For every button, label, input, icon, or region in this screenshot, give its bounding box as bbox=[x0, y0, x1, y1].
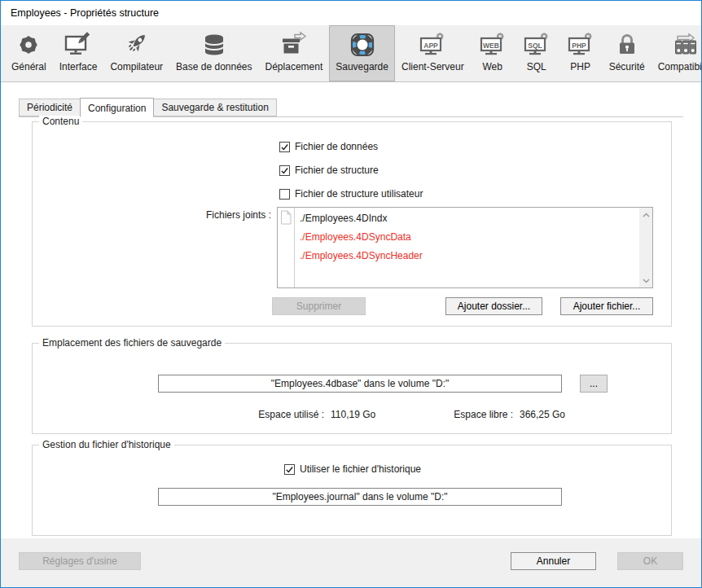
tab-configuration[interactable]: Configuration bbox=[80, 98, 154, 117]
monitor-sql-gear-icon: SQL bbox=[521, 31, 552, 59]
checkbox-fichier-structure-utilisateur[interactable]: Fichier de structure utilisateur bbox=[279, 188, 423, 200]
monitor-pencil-icon bbox=[63, 31, 94, 59]
toolbar-item-label: Sauvegarde bbox=[336, 61, 388, 72]
toolbar-item-interface[interactable]: Interface bbox=[53, 25, 104, 81]
lock-icon bbox=[612, 31, 643, 59]
ok-button[interactable]: OK bbox=[617, 552, 683, 570]
toolbar-item-label: PHP bbox=[570, 61, 590, 72]
toolbar-item-php[interactable]: PHP PHP bbox=[559, 25, 603, 81]
backup-location-field[interactable]: "Employees.4dbase" dans le volume "D:" bbox=[158, 375, 562, 393]
checkbox-box bbox=[279, 142, 290, 152]
toolbar-item-compilateur[interactable]: Compilateur bbox=[103, 25, 169, 81]
ajouter-fichier-button[interactable]: Ajouter fichier... bbox=[560, 297, 653, 315]
toolbar-item-general[interactable]: Général bbox=[5, 25, 53, 81]
toolbar-item-web[interactable]: WEB Web bbox=[471, 25, 515, 81]
document-icon bbox=[279, 210, 292, 225]
tab-periodicite[interactable]: Périodicité bbox=[19, 99, 81, 116]
checkbox-box bbox=[279, 165, 290, 176]
toolbar-item-sql[interactable]: SQL SQL bbox=[515, 25, 559, 81]
toolbar-item-label: Général bbox=[11, 61, 46, 72]
toolbar-item-securite[interactable]: Sécurité bbox=[603, 25, 652, 81]
fichiers-joints-label: Fichiers joints : bbox=[155, 209, 271, 221]
monitor-screen-text: SQL bbox=[528, 42, 542, 50]
toolbar-item-label: Sécurité bbox=[609, 61, 645, 72]
toolbar-item-label: Déplacement bbox=[265, 61, 323, 72]
group-title: Emplacement des fichiers de sauvegarde bbox=[39, 337, 225, 349]
tab-strip: Périodicité Configuration Sauvegarde & r… bbox=[19, 99, 683, 117]
toolbar-item-label: Interface bbox=[59, 61, 98, 72]
toolbar-item-label: Base de données bbox=[176, 61, 252, 72]
toolbar-item-label: SQL bbox=[527, 61, 546, 72]
group-title: Contenu bbox=[39, 116, 82, 127]
gear-icon bbox=[13, 31, 44, 59]
list-rows: ./Employees.4DIndx ./Employees.4DSyncDat… bbox=[296, 209, 638, 265]
browse-button[interactable]: ... bbox=[580, 375, 608, 393]
checkbox-fichier-structure[interactable]: Fichier de structure bbox=[279, 165, 379, 176]
list-item[interactable]: ./Employees.4DSyncHeader bbox=[296, 247, 638, 265]
rocket-icon bbox=[121, 31, 152, 59]
toolbar-item-base-de-donnees[interactable]: Base de données bbox=[169, 25, 258, 81]
toolbar-item-label: Compilateur bbox=[110, 61, 163, 72]
monitor-web-gear-icon: WEB bbox=[477, 31, 508, 59]
checkbox-label: Utiliser le fichier d'historique bbox=[300, 463, 421, 475]
espace-libre-label: Espace libre : bbox=[415, 409, 513, 420]
list-icon-column bbox=[278, 208, 295, 287]
monitor-app-gear-icon: APP bbox=[417, 31, 448, 59]
toolbar-item-label: Client-Serveur bbox=[401, 61, 464, 72]
attached-files-list[interactable]: ./Employees.4DIndx ./Employees.4DSyncDat… bbox=[277, 207, 653, 288]
supprimer-button[interactable]: Supprimer bbox=[272, 297, 366, 315]
checkbox-label: Fichier de structure utilisateur bbox=[295, 188, 423, 200]
toolbar-item-client-serveur[interactable]: APP Client-Serveur bbox=[395, 25, 471, 81]
toolbar: Général Interface bbox=[1, 25, 701, 82]
structure-properties-dialog: Employees - Propriétés structure Général bbox=[0, 0, 702, 588]
monitor-screen-text: PHP bbox=[572, 42, 586, 50]
window-title: Employees - Propriétés structure bbox=[11, 1, 159, 25]
checkbox-label: Fichier de structure bbox=[295, 165, 379, 176]
toolbar-item-label: Compatibilité bbox=[658, 61, 702, 72]
scroll-down-icon[interactable] bbox=[639, 274, 652, 287]
checkbox-box bbox=[284, 464, 295, 475]
checkbox-fichier-donnees[interactable]: Fichier de données bbox=[279, 141, 378, 152]
checkbox-utiliser-historique[interactable]: Utiliser le fichier d'historique bbox=[284, 463, 421, 475]
database-icon bbox=[199, 31, 230, 59]
monitor-php-gear-icon: PHP bbox=[565, 31, 596, 59]
toolbar-item-compatibilite[interactable]: Compatibilité bbox=[652, 25, 702, 81]
journal-location-field[interactable]: "Employees.journal" dans le volume "D:" bbox=[158, 488, 562, 506]
monitor-screen-text: WEB bbox=[483, 42, 499, 50]
list-item[interactable]: ./Employees.4DSyncData bbox=[296, 228, 638, 247]
group-emplacement: Emplacement des fichiers de sauvegarde "… bbox=[32, 343, 672, 434]
group-title: Gestion du fichier d'historique bbox=[39, 439, 174, 450]
espace-utilise-label: Espace utilisé : bbox=[202, 409, 324, 420]
group-contenu: Contenu Fichier de données Fichier de st… bbox=[32, 121, 672, 327]
binders-arrow-icon bbox=[670, 31, 701, 59]
annuler-button[interactable]: Annuler bbox=[511, 552, 596, 570]
toolbar-item-label: Web bbox=[482, 61, 502, 72]
group-historique: Gestion du fichier d'historique Utiliser… bbox=[32, 445, 672, 536]
toolbar-item-deplacement[interactable]: Déplacement bbox=[259, 25, 330, 81]
toolbar-item-sauvegarde[interactable]: Sauvegarde bbox=[329, 25, 395, 81]
lifebuoy-icon bbox=[347, 31, 378, 59]
vertical-scrollbar[interactable] bbox=[639, 208, 652, 287]
footer-bar: Réglages d'usine Annuler OK bbox=[1, 538, 701, 587]
espace-utilise-value: 110,19 Go bbox=[331, 409, 375, 420]
checkbox-label: Fichier de données bbox=[295, 141, 378, 152]
tab-sauvegarde-restitution[interactable]: Sauvegarde & restitution bbox=[153, 99, 276, 116]
espace-libre-value: 366,25 Go bbox=[520, 409, 565, 420]
scroll-up-icon[interactable] bbox=[639, 208, 652, 221]
box-arrow-icon bbox=[279, 31, 309, 59]
ajouter-dossier-button[interactable]: Ajouter dossier... bbox=[445, 297, 542, 315]
list-item[interactable]: ./Employees.4DIndx bbox=[296, 209, 638, 228]
checkbox-box bbox=[279, 189, 290, 200]
monitor-screen-text: APP bbox=[424, 42, 439, 50]
reglages-usine-button[interactable]: Réglages d'usine bbox=[19, 552, 141, 570]
titlebar: Employees - Propriétés structure bbox=[1, 1, 701, 25]
